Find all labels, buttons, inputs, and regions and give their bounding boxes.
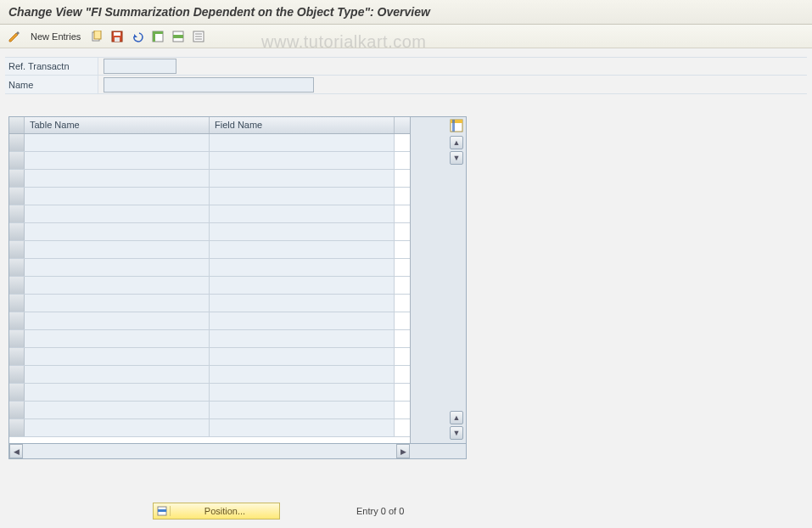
table-row bbox=[9, 134, 410, 152]
cell-table-name[interactable] bbox=[25, 295, 210, 312]
cell-table-name[interactable] bbox=[25, 152, 210, 169]
cell-field-name[interactable] bbox=[210, 134, 395, 151]
table-body bbox=[9, 134, 410, 443]
row-selector[interactable] bbox=[9, 152, 25, 169]
cell-table-name[interactable] bbox=[25, 277, 210, 294]
page-title: Change View "FI Summarization Dependent … bbox=[0, 0, 812, 25]
table-row bbox=[9, 330, 410, 348]
cell-table-name[interactable] bbox=[25, 134, 210, 151]
cell-table-name[interactable] bbox=[25, 366, 210, 383]
row-selector[interactable] bbox=[9, 205, 25, 222]
table-row bbox=[9, 223, 410, 241]
column-header-table-name[interactable]: Table Name bbox=[25, 117, 210, 133]
cell-table-name[interactable] bbox=[25, 384, 210, 401]
cell-table-name[interactable] bbox=[25, 312, 210, 329]
toggle-edit-icon[interactable] bbox=[7, 29, 22, 44]
table-row bbox=[9, 295, 410, 312]
cell-table-name[interactable] bbox=[25, 205, 210, 222]
deselect-all-icon[interactable] bbox=[191, 29, 206, 44]
scroll-up-button-bottom[interactable]: ▲ bbox=[450, 411, 463, 424]
table-row bbox=[9, 205, 410, 223]
cell-field-name[interactable] bbox=[210, 259, 395, 276]
cell-field-name[interactable] bbox=[210, 330, 395, 347]
cell-table-name[interactable] bbox=[25, 170, 210, 187]
row-selector[interactable] bbox=[9, 170, 25, 187]
form-row-name: Name bbox=[5, 76, 807, 94]
row-selector[interactable] bbox=[9, 348, 25, 365]
row-selector[interactable] bbox=[9, 188, 25, 205]
row-selector[interactable] bbox=[9, 330, 25, 347]
table-row bbox=[9, 402, 410, 419]
cell-table-name[interactable] bbox=[25, 419, 210, 436]
svg-rect-18 bbox=[158, 509, 166, 512]
new-entries-button[interactable]: New Entries bbox=[27, 31, 84, 42]
row-selector[interactable] bbox=[9, 419, 25, 436]
row-selector[interactable] bbox=[9, 241, 25, 258]
cell-field-name[interactable] bbox=[210, 188, 395, 205]
row-selector[interactable] bbox=[9, 277, 25, 294]
row-selector[interactable] bbox=[9, 134, 25, 151]
table-row bbox=[9, 312, 410, 330]
ref-transactn-label: Ref. Transactn bbox=[5, 58, 98, 75]
cell-table-name[interactable] bbox=[25, 330, 210, 347]
scroll-down-button-bottom[interactable]: ▼ bbox=[450, 426, 463, 440]
horizontal-scrollbar: ◀ ▶ bbox=[8, 444, 467, 459]
cell-field-name[interactable] bbox=[210, 277, 395, 294]
cell-field-name[interactable] bbox=[210, 295, 395, 312]
form-area: Ref. Transactn Name bbox=[0, 48, 812, 111]
undo-icon[interactable] bbox=[130, 29, 145, 44]
row-selector[interactable] bbox=[9, 295, 25, 312]
name-label: Name bbox=[5, 76, 98, 93]
table-main: Table Name Field Name bbox=[9, 117, 410, 443]
cell-field-name[interactable] bbox=[210, 419, 395, 436]
cell-table-name[interactable] bbox=[25, 188, 210, 205]
save-icon[interactable] bbox=[109, 29, 125, 44]
cell-table-name[interactable] bbox=[25, 348, 210, 365]
svg-rect-4 bbox=[115, 37, 120, 42]
copy-icon[interactable] bbox=[89, 29, 104, 44]
cell-field-name[interactable] bbox=[210, 402, 395, 418]
row-selector[interactable] bbox=[9, 366, 25, 383]
cell-field-name[interactable] bbox=[210, 152, 395, 169]
row-selector[interactable] bbox=[9, 259, 25, 276]
cell-table-name[interactable] bbox=[25, 402, 210, 418]
position-button[interactable]: Position... bbox=[153, 503, 280, 520]
scroll-down-button[interactable]: ▼ bbox=[450, 151, 463, 165]
select-block-icon[interactable] bbox=[171, 29, 186, 44]
row-selector[interactable] bbox=[9, 384, 25, 401]
table-settings-icon[interactable] bbox=[450, 119, 463, 132]
cell-field-name[interactable] bbox=[210, 223, 395, 240]
entry-status-text: Entry 0 of 0 bbox=[356, 506, 404, 516]
ref-transactn-input[interactable] bbox=[104, 59, 176, 74]
cell-table-name[interactable] bbox=[25, 223, 210, 240]
select-all-column[interactable] bbox=[9, 117, 25, 133]
data-table: Table Name Field Name ▲ ▼ ▲ ▼ bbox=[8, 116, 467, 444]
select-all-icon[interactable] bbox=[150, 29, 165, 44]
cell-table-name[interactable] bbox=[25, 241, 210, 258]
name-input[interactable] bbox=[104, 77, 314, 93]
svg-rect-9 bbox=[173, 35, 183, 38]
cell-field-name[interactable] bbox=[210, 170, 395, 187]
cell-field-name[interactable] bbox=[210, 241, 395, 258]
table-scroll-area: ▲ ▼ ▲ ▼ bbox=[410, 117, 466, 443]
svg-rect-1 bbox=[94, 31, 101, 39]
cell-field-name[interactable] bbox=[210, 366, 395, 383]
scroll-up-button[interactable]: ▲ bbox=[450, 136, 463, 149]
cell-field-name[interactable] bbox=[210, 205, 395, 222]
cell-table-name[interactable] bbox=[25, 259, 210, 276]
row-selector[interactable] bbox=[9, 402, 25, 418]
column-header-field-name[interactable]: Field Name bbox=[210, 117, 395, 133]
table-row bbox=[9, 419, 410, 437]
table-row bbox=[9, 170, 410, 188]
cell-field-name[interactable] bbox=[210, 312, 395, 329]
scroll-left-button[interactable]: ◀ bbox=[9, 444, 23, 458]
table-row bbox=[9, 384, 410, 402]
row-selector[interactable] bbox=[9, 223, 25, 240]
cell-field-name[interactable] bbox=[210, 348, 395, 365]
scroll-track[interactable] bbox=[23, 444, 396, 458]
position-label: Position... bbox=[171, 506, 279, 516]
row-selector[interactable] bbox=[9, 312, 25, 329]
table-row bbox=[9, 348, 410, 366]
cell-field-name[interactable] bbox=[210, 384, 395, 401]
scroll-right-button[interactable]: ▶ bbox=[396, 444, 410, 458]
